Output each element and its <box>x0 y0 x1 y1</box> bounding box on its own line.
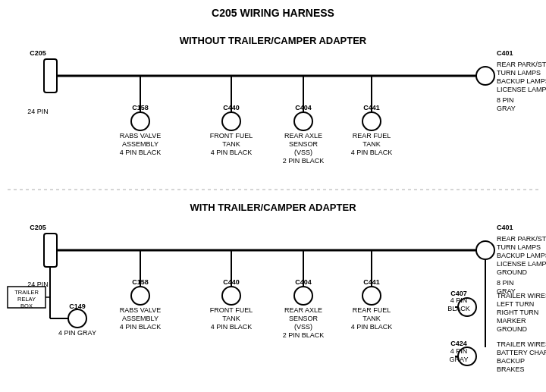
c441b-label: C441 <box>363 278 380 286</box>
c158b-connector <box>131 287 149 305</box>
c401b-text3: BACKUP LAMPS <box>497 252 546 259</box>
c149-text1: 4 PIN GRAY <box>58 329 96 337</box>
c401b-text5: GROUND <box>497 268 527 276</box>
c424-text1: TRAILER WIRES <box>497 340 546 348</box>
c401-text2: TURN LAMPS <box>497 69 541 77</box>
c440-text1: FRONT FUEL <box>210 132 253 140</box>
c205b-connector <box>44 234 57 267</box>
c404b-text4: 2 PIN BLACK <box>283 331 325 339</box>
c404-text3: (VSS) <box>294 149 312 156</box>
c440b-text3: 4 PIN BLACK <box>211 323 253 331</box>
c407-text4: MARKER <box>497 317 526 325</box>
c424-text2: BATTERY CHARGE <box>497 349 546 356</box>
c401-color-label: GRAY <box>497 105 516 112</box>
c401-text1: REAR PARK/STOP <box>497 61 546 68</box>
c401b-text4: LICENSE LAMPS <box>497 260 546 268</box>
c404-connector <box>294 112 312 130</box>
trailer-relay-text1: TRAILER <box>14 289 39 296</box>
c158b-text1: RABS VALVE <box>120 306 162 314</box>
c407-text2: LEFT TURN <box>497 300 534 308</box>
c401b-text2: TURN LAMPS <box>497 243 541 251</box>
c440-text2: TANK <box>222 140 240 148</box>
c158-text3: 4 PIN BLACK <box>120 149 162 156</box>
c404b-label: C404 <box>295 278 312 286</box>
c401b-text1: REAR PARK/STOP <box>497 235 546 243</box>
c404b-connector <box>294 287 312 305</box>
c440b-connector <box>222 287 240 305</box>
c424-text4: BRAKES <box>497 365 525 373</box>
section2-label: WITH TRAILER/CAMPER ADAPTER <box>190 202 356 213</box>
c158-label: C158 <box>132 104 149 111</box>
c407-text3: RIGHT TURN <box>497 309 538 316</box>
c158-text1: RABS VALVE <box>120 132 162 140</box>
c424-text3: BACKUP <box>497 357 525 365</box>
c404b-text2: SENSOR <box>289 315 318 322</box>
c401-connector <box>476 67 494 85</box>
c440b-label: C440 <box>223 278 240 286</box>
c404-label: C404 <box>295 104 312 111</box>
c441-text2: TANK <box>362 140 380 148</box>
c205-connector <box>44 59 57 93</box>
c440-label: C440 <box>223 104 240 111</box>
trailer-relay-text2: RELAY <box>17 296 36 303</box>
c205-label: C205 <box>30 49 46 57</box>
c158b-text2: ASSEMBLY <box>122 315 158 322</box>
c407-text1: TRAILER WIRES <box>497 292 546 299</box>
section1-label: WITHOUT TRAILER/CAMPER ADAPTER <box>180 35 367 46</box>
c441-label: C441 <box>363 104 380 111</box>
c404-text2: SENSOR <box>289 140 318 148</box>
c401-pin-label: 8 PIN <box>497 96 514 104</box>
c441-text1: REAR FUEL <box>353 132 391 140</box>
c441b-text3: 4 PIN BLACK <box>351 323 393 331</box>
c441b-text1: REAR FUEL <box>353 306 391 314</box>
c404-text4: 2 PIN BLACK <box>283 157 325 165</box>
c401-label: C401 <box>497 49 513 57</box>
c205-pin-label: 24 PIN <box>27 108 49 115</box>
c158b-label: C158 <box>132 278 149 286</box>
c401-text3: BACKUP LAMPS <box>497 77 546 85</box>
c424-pin: 4 PIN <box>450 347 468 355</box>
c440-connector <box>222 112 240 130</box>
c401b-label: C401 <box>497 224 513 231</box>
c158-text2: ASSEMBLY <box>122 140 158 148</box>
trailer-relay-text3: BOX <box>20 303 33 309</box>
wiring-diagram: C205 WIRING HARNESS WITHOUT TRAILER/CAMP… <box>0 0 546 392</box>
c441-connector <box>362 112 381 130</box>
c205b-label: C205 <box>30 224 46 231</box>
c440b-text2: TANK <box>222 315 240 322</box>
c424-label: C424 <box>450 340 467 347</box>
page-title: C205 WIRING HARNESS <box>212 7 334 19</box>
c158-connector <box>131 112 149 130</box>
c401b-connector <box>476 241 494 259</box>
c440b-text1: FRONT FUEL <box>210 306 253 314</box>
c149-connector <box>68 309 86 328</box>
c404b-text1: REAR AXLE <box>284 306 322 314</box>
c158b-text3: 4 PIN BLACK <box>120 323 162 331</box>
c404b-text3: (VSS) <box>294 323 312 331</box>
c407-color: BLACK <box>447 305 470 312</box>
c424-color: GRAY <box>450 356 469 363</box>
c149-label: C149 <box>69 303 86 310</box>
c401b-pin-label: 8 PIN <box>497 279 514 287</box>
c407-text5: GROUND <box>497 325 527 333</box>
c404-text1: REAR AXLE <box>284 132 322 140</box>
c441b-connector <box>362 287 381 305</box>
c440-text3: 4 PIN BLACK <box>211 149 253 156</box>
c441-text3: 4 PIN BLACK <box>351 149 393 156</box>
c401-text4: LICENSE LAMPS <box>497 86 546 93</box>
c441b-text2: TANK <box>362 315 380 322</box>
c407-pin: 4 PIN <box>450 296 468 304</box>
